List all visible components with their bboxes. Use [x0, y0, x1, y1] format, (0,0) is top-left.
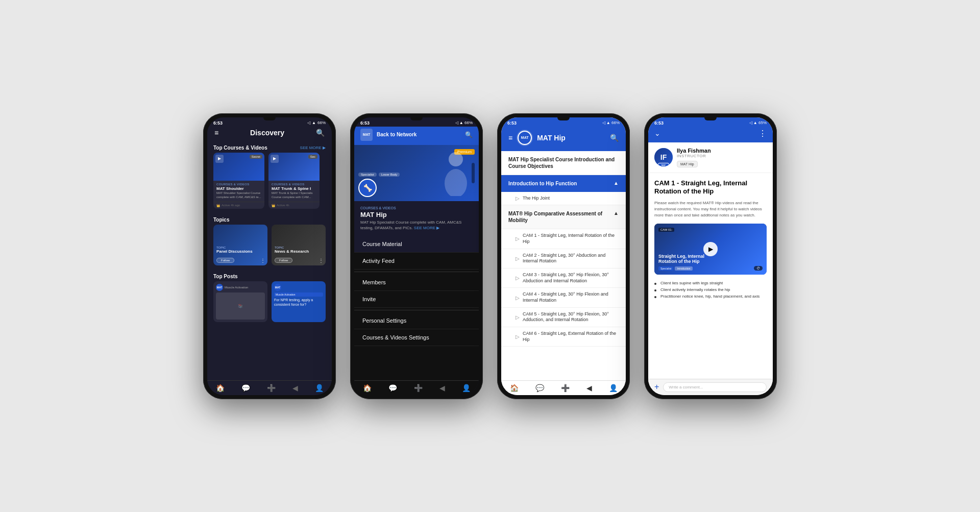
menu-members[interactable]: Members [354, 274, 479, 291]
post-image-1: 📚 [216, 292, 265, 320]
course-card-trunk[interactable]: ▶ Sec COURSES & VIDEOS MAT Trunk & Spine… [268, 153, 320, 209]
nav-back[interactable]: ◀ [292, 384, 298, 392]
follow-btn-2[interactable]: Follow [275, 258, 292, 263]
more-options-icon[interactable]: ⋮ [758, 129, 767, 138]
cam5-text: CAM 5 - Straight Leg, 30° Hip Flexion, 3… [523, 311, 619, 323]
timer-icon: ⏱ [754, 266, 763, 271]
cam5-item[interactable]: ▷ CAM 5 - Straight Leg, 30° Hip Flexion,… [501, 308, 626, 327]
back-to-network-text[interactable]: Back to Network [377, 132, 416, 137]
see-more-link[interactable]: SEE MORE ▶ [414, 226, 439, 230]
topic-panel-discussions[interactable]: TOPIC Panel Discussions Follow ⋮ [213, 225, 267, 265]
drawer-menu: Course Material Activity Feed Members In… [354, 236, 479, 380]
discovery-header: ≡ Discovery 🔍 [207, 127, 332, 141]
phone-1-discovery: 6:53 ◁ ▲ 66% ≡ Discovery 🔍 Top Courses &… [203, 113, 336, 399]
cam-section-header[interactable]: MAT® Hip Comparative Assessment of Mobil… [501, 205, 626, 229]
checklist-item-3: Practitioner notice knee, hip, hand plac… [654, 293, 767, 300]
course-logo-icon: MAT [360, 129, 373, 141]
nav-back-2[interactable]: ◀ [439, 384, 445, 392]
video-badge-intro: Introduction [675, 266, 692, 271]
course-card-shoulder[interactable]: ▶ Secret COURSES & VIDEOS MAT Shoulder M… [213, 153, 264, 209]
play-icon-6: ▷ [516, 314, 520, 320]
nav-add-3[interactable]: ➕ [561, 384, 570, 392]
cam4-item[interactable]: ▷ CAM 4 - Straight Leg, 30° Hip Flexion … [501, 288, 626, 307]
menu-icon[interactable]: ≡ [214, 129, 218, 137]
cam6-item[interactable]: ▷ CAM 6 - Straight Leg, External Rotatio… [501, 327, 626, 347]
scroll-indicator [472, 163, 475, 183]
course-description: MAT Hip Specialist Course complete with … [360, 220, 473, 231]
post-avatar-1: MAT [216, 284, 223, 291]
nav-profile-2[interactable]: 👤 [462, 384, 471, 392]
expand-icon-1[interactable]: ▲ [614, 180, 619, 186]
nav-home[interactable]: 🏠 [216, 384, 225, 392]
nav-chat[interactable]: 💬 [241, 384, 250, 392]
menu-course-material[interactable]: Course Material [354, 236, 479, 253]
follow-btn-1[interactable]: Follow [216, 258, 234, 263]
instructor-avatar: IF MAT [654, 148, 673, 166]
cam1-item[interactable]: ▷ CAM 1 - Straight Leg, Internal Rotatio… [501, 229, 626, 249]
cam2-item[interactable]: ▷ CAM 2 - Straight Leg, 30° Abduction an… [501, 249, 626, 269]
menu-invite[interactable]: Invite [354, 291, 479, 308]
more-dots-2[interactable]: ⋮ [318, 258, 324, 263]
instructor-badge-icon: MAT [658, 163, 669, 166]
nav-chat-2[interactable]: 💬 [388, 384, 397, 392]
menu-course-settings[interactable]: Courses & Videos Settings [354, 329, 479, 346]
play-icon-3: ▷ [516, 256, 520, 261]
bottom-nav-2: 🏠 💬 ➕ ◀ 👤 [354, 380, 479, 395]
nav-profile-3[interactable]: 👤 [609, 384, 618, 392]
video-badge-specialist: Specialist [658, 266, 673, 271]
specialist-badge: Specialist [358, 173, 377, 177]
mat-hip-icon: MAT [517, 130, 533, 146]
topic-news-research[interactable]: TOPIC News & Research Follow ⋮ [272, 225, 326, 265]
nav-chat-3[interactable]: 💬 [535, 384, 544, 392]
see-more-courses[interactable]: SEE MORE ▶ [300, 145, 326, 150]
nav-home-2[interactable]: 🏠 [363, 384, 372, 392]
more-dots-1[interactable]: ⋮ [260, 258, 265, 263]
play-icon-1: ▷ [516, 196, 520, 201]
nav-add-2[interactable]: ➕ [414, 384, 423, 392]
instructor-tag: MAT Hip [677, 161, 698, 167]
play-icon-2: ▷ [516, 236, 520, 241]
post-card-1[interactable]: MAT Muscle Activation 📚 [213, 281, 267, 322]
drawer-sep-2 [354, 310, 479, 310]
search-icon[interactable]: 🔍 [316, 129, 325, 137]
secret-badge-1: Secret [250, 155, 262, 159]
search-icon-2[interactable]: 🔍 [465, 131, 473, 138]
comment-bar: + Write a comment... [648, 379, 773, 395]
course-cards-list: ▶ Secret COURSES & VIDEOS MAT Shoulder M… [207, 153, 332, 213]
outline-header: ≡ MAT MAT Hip 🔍 [501, 127, 626, 151]
posts-grid: MAT Muscle Activation 📚 MAT Muscle Activ… [207, 281, 332, 326]
instructor-row: IF MAT Ilya Fishman INSTRUCTOR MAT Hip [648, 142, 773, 173]
comment-input[interactable]: Write a comment... [663, 382, 767, 392]
nav-back-3[interactable]: ◀ [586, 384, 592, 392]
cam3-text: CAM 3 - Straight Leg, 30° Hip Flexion, 3… [523, 272, 619, 284]
add-comment-icon[interactable]: + [654, 382, 659, 392]
search-icon-3[interactable]: 🔍 [610, 134, 619, 142]
cam3-item[interactable]: ▷ CAM 3 - Straight Leg, 30° Hip Flexion,… [501, 269, 626, 288]
video-badges: Specialist Introduction [658, 266, 693, 271]
video-title: CAM 1 - Straight Leg, Internal Rotation … [654, 179, 767, 197]
menu-activity-feed[interactable]: Activity Feed [354, 253, 479, 270]
cam1-text: CAM 1 - Straight Leg, Internal Rotation … [523, 233, 619, 245]
intro-section-title: MAT Hip Specialist Course Introduction a… [508, 156, 619, 169]
course-desc-1: MAT Shoulder Specialist Course complete … [216, 191, 261, 200]
course-icon-2: ▶ [271, 155, 279, 163]
menu-icon-3[interactable]: ≡ [508, 134, 512, 142]
video-thumbnail[interactable]: ▶ CAM 01: Straight Leg, Internal Rotatio… [654, 224, 767, 275]
course-title: MAT Hip [360, 211, 473, 218]
discovery-title: Discovery [250, 129, 284, 137]
instructor-role: INSTRUCTOR [677, 154, 711, 158]
nav-add[interactable]: ➕ [267, 384, 276, 392]
cam6-text: CAM 6 - Straight Leg, External Rotation … [523, 331, 619, 343]
phone-4-video: 6:53 ◁ ▲ 65% ⌄ ⋮ IF MAT [644, 113, 777, 399]
back-arrow-icon[interactable]: ⌄ [654, 129, 660, 137]
menu-personal-settings[interactable]: Personal Settings [354, 312, 479, 329]
post-card-2[interactable]: MAT Muscle Activation For NPR testing, a… [272, 281, 326, 322]
nav-home-3[interactable]: 🏠 [510, 384, 519, 392]
intro-section[interactable]: MAT Hip Specialist Course Introduction a… [501, 151, 626, 175]
nav-profile[interactable]: 👤 [315, 384, 324, 392]
expand-icon-2[interactable]: ▲ [614, 210, 619, 216]
hip-function-section[interactable]: Introduction to Hip Function ▲ [501, 175, 626, 192]
hip-joint-item[interactable]: ▷ The Hip Joint [501, 192, 626, 206]
status-time-2: 6:53 [360, 120, 370, 126]
status-icons-2: ◁ ▲ 66% [455, 120, 473, 125]
